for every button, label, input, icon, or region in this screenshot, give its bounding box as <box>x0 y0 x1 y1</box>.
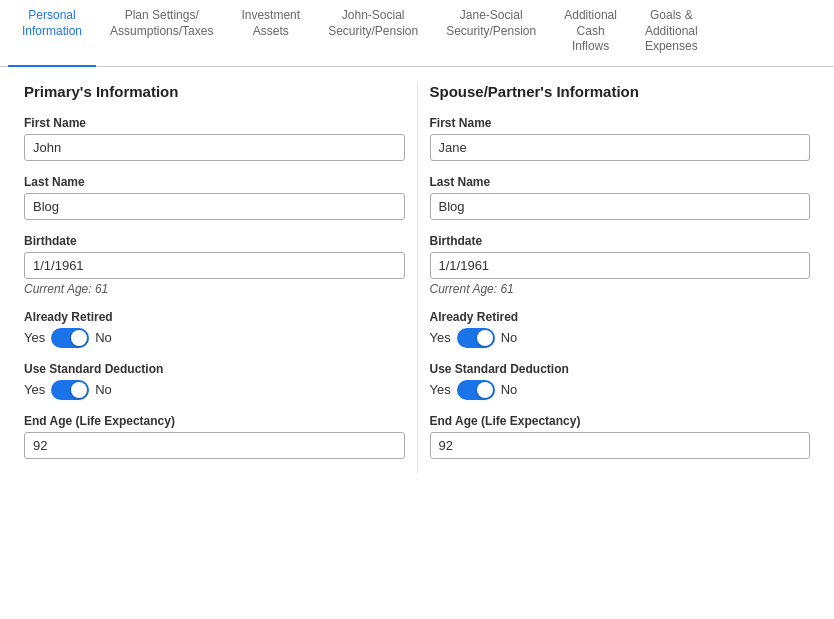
primary-last-name-group: Last Name <box>24 175 405 220</box>
primary-already-retired-group: Already Retired Yes No <box>24 310 405 348</box>
spouse-last-name-label: Last Name <box>430 175 811 189</box>
spouse-standard-deduction-toggle-row: Yes No <box>430 380 811 400</box>
spouse-already-retired-no-label: No <box>501 330 518 345</box>
spouse-already-retired-thumb <box>477 330 493 346</box>
primary-first-name-label: First Name <box>24 116 405 130</box>
spouse-already-retired-toggle-row: Yes No <box>430 328 811 348</box>
primary-standard-deduction-group: Use Standard Deduction Yes No <box>24 362 405 400</box>
spouse-standard-deduction-group: Use Standard Deduction Yes No <box>430 362 811 400</box>
spouse-first-name-label: First Name <box>430 116 811 130</box>
tab-john-social-security[interactable]: John-Social Security/Pension <box>314 0 432 67</box>
primary-already-retired-track <box>51 328 89 348</box>
primary-already-retired-label: Already Retired <box>24 310 405 324</box>
spouse-current-age: Current Age: 61 <box>430 282 811 296</box>
primary-end-age-group: End Age (Life Expectancy) <box>24 414 405 459</box>
primary-standard-deduction-label: Use Standard Deduction <box>24 362 405 376</box>
tab-navigation: Personal InformationPlan Settings/ Assum… <box>0 0 834 67</box>
spouse-already-retired-track <box>457 328 495 348</box>
primary-already-retired-no-label: No <box>95 330 112 345</box>
spouse-first-name-input[interactable] <box>430 134 811 161</box>
spouse-standard-deduction-label: Use Standard Deduction <box>430 362 811 376</box>
spouse-std-deduction-thumb <box>477 382 493 398</box>
main-content: Primary's Information First Name Last Na… <box>0 67 834 489</box>
tab-jane-social-security[interactable]: Jane-Social Security/Pension <box>432 0 550 67</box>
primary-already-retired-thumb <box>71 330 87 346</box>
primary-last-name-input[interactable] <box>24 193 405 220</box>
spouse-last-name-input[interactable] <box>430 193 811 220</box>
tab-personal-information[interactable]: Personal Information <box>8 0 96 67</box>
primary-standard-deduction-toggle[interactable] <box>51 380 89 400</box>
spouse-birthdate-group: Birthdate Current Age: 61 <box>430 234 811 296</box>
spouse-standard-deduction-toggle[interactable] <box>457 380 495 400</box>
spouse-birthdate-label: Birthdate <box>430 234 811 248</box>
spouse-last-name-group: Last Name <box>430 175 811 220</box>
spouse-std-deduction-track <box>457 380 495 400</box>
primary-already-retired-toggle-row: Yes No <box>24 328 405 348</box>
spouse-end-age-input[interactable] <box>430 432 811 459</box>
primary-first-name-group: First Name <box>24 116 405 161</box>
tab-goals-expenses[interactable]: Goals & Additional Expenses <box>631 0 712 67</box>
primary-birthdate-label: Birthdate <box>24 234 405 248</box>
primary-std-deduction-thumb <box>71 382 87 398</box>
spouse-std-deduction-no-label: No <box>501 382 518 397</box>
tab-additional-cash[interactable]: Additional Cash Inflows <box>550 0 631 67</box>
spouse-already-retired-toggle[interactable] <box>457 328 495 348</box>
spouse-first-name-group: First Name <box>430 116 811 161</box>
primary-first-name-input[interactable] <box>24 134 405 161</box>
primary-current-age: Current Age: 61 <box>24 282 405 296</box>
primary-birthdate-input[interactable] <box>24 252 405 279</box>
primary-std-deduction-no-label: No <box>95 382 112 397</box>
tab-investment-assets[interactable]: Investment Assets <box>227 0 314 67</box>
primary-birthdate-group: Birthdate Current Age: 61 <box>24 234 405 296</box>
spouse-column: Spouse/Partner's Information First Name … <box>418 83 823 473</box>
spouse-end-age-group: End Age (Life Expectancy) <box>430 414 811 459</box>
spouse-already-retired-group: Already Retired Yes No <box>430 310 811 348</box>
spouse-already-retired-label: Already Retired <box>430 310 811 324</box>
primary-end-age-label: End Age (Life Expectancy) <box>24 414 405 428</box>
primary-std-deduction-track <box>51 380 89 400</box>
primary-last-name-label: Last Name <box>24 175 405 189</box>
tab-plan-settings[interactable]: Plan Settings/ Assumptions/Taxes <box>96 0 227 67</box>
spouse-already-retired-yes-label: Yes <box>430 330 451 345</box>
primary-already-retired-toggle[interactable] <box>51 328 89 348</box>
spouse-end-age-label: End Age (Life Expectancy) <box>430 414 811 428</box>
primary-standard-deduction-toggle-row: Yes No <box>24 380 405 400</box>
primary-section-title: Primary's Information <box>24 83 405 100</box>
primary-already-retired-yes-label: Yes <box>24 330 45 345</box>
spouse-birthdate-input[interactable] <box>430 252 811 279</box>
primary-std-deduction-yes-label: Yes <box>24 382 45 397</box>
primary-column: Primary's Information First Name Last Na… <box>12 83 418 473</box>
spouse-section-title: Spouse/Partner's Information <box>430 83 811 100</box>
spouse-std-deduction-yes-label: Yes <box>430 382 451 397</box>
primary-end-age-input[interactable] <box>24 432 405 459</box>
